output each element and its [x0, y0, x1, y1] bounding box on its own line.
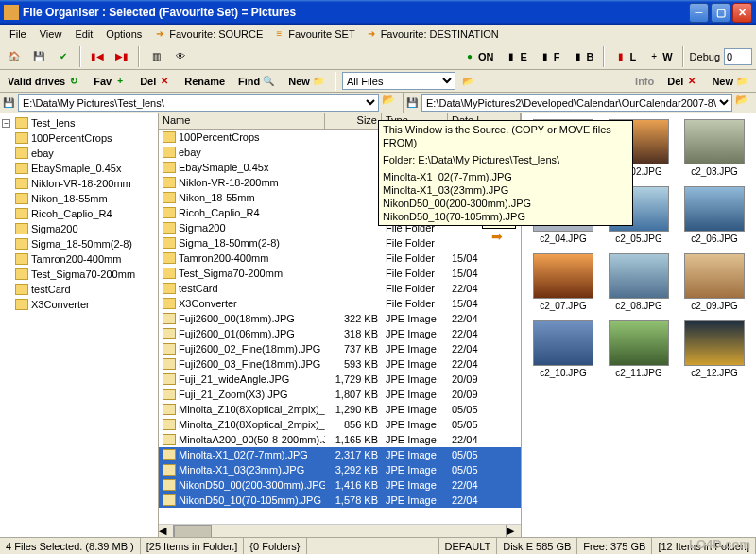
- thumbnail[interactable]: c2_12.JPG: [679, 320, 750, 378]
- list-row[interactable]: Minolta-X1_02(7-7mm).JPG2,317 KBJPE Imag…: [159, 447, 521, 462]
- folder-icon: [15, 208, 28, 219]
- find-button[interactable]: Find🔍: [234, 74, 279, 89]
- minimize-button[interactable]: ─: [689, 3, 709, 23]
- thumbnail[interactable]: c2_09.JPG: [679, 253, 750, 311]
- list-row[interactable]: MinoltaA200_00(50-8-200mm).JPG1,165 KBJP…: [159, 432, 521, 447]
- tb-check-icon[interactable]: ✔: [53, 46, 74, 67]
- list-row[interactable]: Minolta-X1_03(23mm).JPG3,292 KBJPE Image…: [159, 462, 521, 477]
- tree-pane[interactable]: − Test_lens 100PercentCropsebayEbaySmapl…: [0, 113, 159, 539]
- thumb-image: [609, 320, 669, 366]
- filter-select[interactable]: All Files: [342, 72, 455, 90]
- col-name[interactable]: Name: [159, 113, 325, 129]
- col-size[interactable]: Size: [325, 113, 382, 129]
- filter-go-icon[interactable]: 📂: [461, 75, 474, 88]
- thumbnail[interactable]: c2_11.JPG: [603, 320, 675, 378]
- app-icon: [4, 5, 19, 20]
- list-row[interactable]: Sigma_18-50mm(2-8)File Folder: [159, 235, 521, 251]
- plus-icon: +: [113, 75, 127, 88]
- debug-input[interactable]: [724, 48, 752, 65]
- list-row[interactable]: Fuji2600_00(18mm).JPG322 KBJPE Image22/0…: [159, 311, 521, 326]
- tb-l[interactable]: ▮L: [610, 46, 640, 67]
- valid-drives-button[interactable]: Valid drives↻: [4, 74, 84, 89]
- path-right-select[interactable]: E:\Data\MyPictures2\Developed\Calendar\O…: [421, 94, 732, 112]
- close-button[interactable]: ✕: [732, 3, 752, 23]
- folder-icon: [163, 298, 176, 309]
- tb-e[interactable]: ▮E: [501, 46, 530, 67]
- fav-set[interactable]: ≡Favourite SET: [268, 27, 358, 41]
- info-button[interactable]: Info: [631, 75, 658, 88]
- path-left-select[interactable]: E:\Data\My Pictures\Test_lens\: [18, 94, 379, 112]
- list-row[interactable]: Fuji_21_Zoom(X3).JPG1,807 KBJPE Image20/…: [159, 387, 521, 402]
- tree-item[interactable]: Sigma200: [2, 221, 156, 236]
- list-row[interactable]: Fuji_21_wideAngle.JPG1,729 KBJPE Image20…: [159, 372, 521, 387]
- image-icon: [163, 449, 176, 460]
- tb-on[interactable]: ●ON: [459, 46, 498, 67]
- del2-button[interactable]: Del✕: [663, 74, 702, 89]
- folder-icon: [163, 222, 176, 234]
- menu-options[interactable]: Options: [100, 26, 147, 42]
- path-left-go-icon[interactable]: 📂: [382, 94, 401, 113]
- thumbnail[interactable]: c2_06.JPG: [679, 186, 750, 244]
- tree-root[interactable]: − Test_lens: [2, 115, 156, 130]
- list-row[interactable]: NikonD50_00(200-300mm).JPG1,416 KBJPE Im…: [159, 477, 521, 493]
- fav-button[interactable]: Fav+: [90, 74, 130, 89]
- fav-dest[interactable]: ➜Favourite: DESTINATION: [361, 27, 503, 41]
- list-row[interactable]: Minolta_Z10(8Xoptical_2mpix)_00...1,290 …: [159, 402, 521, 417]
- new-button[interactable]: New📁: [284, 74, 329, 89]
- tree-item[interactable]: testCard: [2, 282, 156, 297]
- list-row[interactable]: NikonD50_10(70-105mm).JPG1,578 KBJPE Ima…: [159, 493, 521, 508]
- tree-item[interactable]: Sigma_18-50mm(2-8): [2, 236, 156, 251]
- thumbnail[interactable]: c2_07.JPG: [527, 253, 599, 311]
- tree-item[interactable]: EbaySmaple_0.45x: [2, 161, 156, 176]
- actionbar: Valid drives↻ Fav+ Del✕ Rename Find🔍 New…: [0, 70, 756, 93]
- folder-icon: [163, 162, 176, 173]
- tree-item[interactable]: Test_Sigma70-200mm: [2, 267, 156, 282]
- rename-button[interactable]: Rename: [180, 75, 229, 88]
- tree-item[interactable]: Nikon_18-55mm: [2, 191, 156, 206]
- image-icon: [163, 343, 176, 355]
- list-row[interactable]: Test_Sigma70-200mmFile Folder15/04: [159, 266, 521, 281]
- del-button[interactable]: Del✕: [136, 74, 175, 89]
- thumbnail[interactable]: c2_10.JPG: [527, 320, 599, 378]
- menu-file[interactable]: File: [4, 26, 32, 42]
- list-row[interactable]: Tamron200-400mmFile Folder15/04: [159, 251, 521, 266]
- fav-source[interactable]: ➜Favourite: SOURCE: [149, 27, 266, 41]
- thumb-label: c2_09.JPG: [691, 301, 737, 311]
- folder-icon: 📁: [735, 75, 748, 88]
- folder-icon: [15, 178, 28, 189]
- thumb-label: c2_08.JPG: [615, 301, 662, 311]
- new2-button[interactable]: New📁: [708, 74, 752, 89]
- list-row[interactable]: Minolta_Z10(8Xoptical_2mpix)_01...856 KB…: [159, 417, 521, 432]
- list-row[interactable]: X3ConverterFile Folder15/04: [159, 296, 521, 311]
- tree-item[interactable]: Niklon-VR-18-200mm: [2, 176, 156, 191]
- tb-disk-icon[interactable]: 💾: [28, 46, 49, 67]
- tb-w[interactable]: +W: [644, 46, 676, 67]
- tree-item[interactable]: X3Converter: [2, 297, 156, 312]
- tree-item[interactable]: 100PercentCrops: [2, 130, 156, 146]
- tb-f[interactable]: ▮F: [535, 46, 564, 67]
- list-row[interactable]: Fuji2600_03_Fine(18mm).JPG593 KBJPE Imag…: [159, 356, 521, 372]
- tree-item[interactable]: Tamron200-400mm: [2, 251, 156, 267]
- list-row[interactable]: Fuji2600_02_Fine(18mm).JPG737 KBJPE Imag…: [159, 341, 521, 356]
- x-icon: ✕: [158, 75, 171, 88]
- tb-left-red-icon[interactable]: ▮◀: [87, 46, 108, 67]
- menu-edit[interactable]: Edit: [69, 26, 98, 42]
- tree-item[interactable]: Ricoh_Caplio_R4: [2, 206, 156, 221]
- list-row[interactable]: testCardFile Folder22/04: [159, 281, 521, 296]
- list-row[interactable]: Fuji2600_01(06mm).JPG318 KBJPE Image22/0…: [159, 326, 521, 341]
- tb-b[interactable]: ▮B: [568, 46, 598, 67]
- window-title: File Organiser : Selected (Favourite Set…: [23, 6, 689, 19]
- collapse-icon[interactable]: −: [2, 119, 10, 128]
- tb-eye-icon[interactable]: 👁: [170, 46, 191, 67]
- move-arrow-icon: ➡: [491, 229, 503, 244]
- tb-home-icon[interactable]: 🏠: [4, 46, 25, 67]
- thumbnail[interactable]: c2_03.JPG: [679, 119, 750, 177]
- maximize-button[interactable]: ▢: [711, 3, 730, 23]
- status-folders: {0 Folders}: [244, 538, 306, 554]
- thumbnail[interactable]: c2_08.JPG: [603, 253, 675, 311]
- tb-right-red-icon[interactable]: ▶▮: [112, 46, 132, 67]
- menu-view[interactable]: View: [34, 26, 68, 42]
- tree-item[interactable]: ebay: [2, 146, 156, 161]
- tb-clear-icon[interactable]: ▥: [146, 46, 166, 67]
- path-right-go-icon[interactable]: 📂: [735, 94, 754, 113]
